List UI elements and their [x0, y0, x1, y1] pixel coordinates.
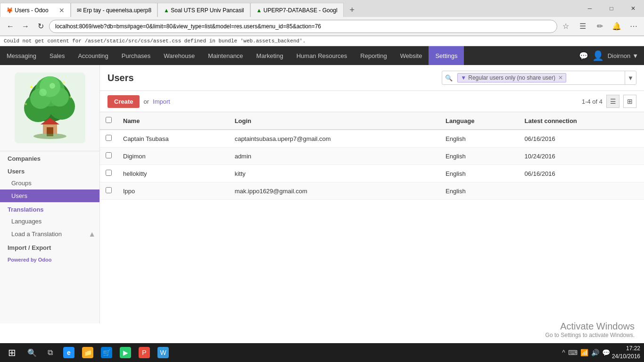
tab-title-3: Soal UTS ERP Univ Pancasil [171, 7, 244, 14]
import-link[interactable]: Import [153, 98, 170, 105]
tab-3[interactable]: ▲ Soal UTS ERP Univ Pancasil [157, 3, 250, 17]
tab-4[interactable]: ▲ UPERP7-DATABASE - Googl [250, 3, 344, 17]
nav-website[interactable]: Website [394, 46, 429, 65]
create-button[interactable]: Create [107, 95, 140, 108]
users-table: Name Login Language Latest connection Ca… [100, 112, 644, 200]
search-icon: 🔍 [442, 71, 455, 84]
search-dropdown-btn[interactable]: ▼ [625, 71, 636, 84]
overflow-icon[interactable]: ⋯ [627, 20, 640, 33]
sidebar-companies[interactable]: Companies [0, 151, 99, 164]
row-checkbox[interactable] [106, 135, 112, 141]
new-tab-btn[interactable]: + [344, 3, 361, 17]
nav-marketing[interactable]: Marketing [250, 46, 290, 65]
or-text: or [143, 98, 149, 105]
filter-tag-remove-btn[interactable]: ✕ [558, 74, 563, 81]
reload-btn[interactable]: ↻ [34, 20, 47, 33]
sidebar-translations-section[interactable]: Translations [0, 202, 99, 215]
row-latest-connection: 06/16/2016 [519, 165, 644, 182]
address-bar[interactable] [49, 20, 557, 33]
window-minimize-btn[interactable]: ─ [579, 0, 601, 17]
nav-right-area: 💬 👤 Dioirnon ▼ [579, 50, 644, 61]
content-area: Users 🔍 ▼ Regular users only (no share u… [100, 65, 644, 323]
powered-by: Powered by Odoo [0, 253, 99, 266]
search-bar[interactable]: 🔍 ▼ Regular users only (no share user) ✕… [442, 71, 636, 85]
user-menu[interactable]: Dioirnon ▼ [608, 52, 638, 59]
user-name: Dioirnon [608, 52, 630, 59]
chat-icon[interactable]: 💬 [579, 51, 588, 60]
nav-reporting[interactable]: Reporting [354, 46, 393, 65]
sidebar-item-users[interactable]: Users [0, 189, 99, 202]
row-latest-connection: 10/24/2016 [519, 148, 644, 165]
row-language: English [440, 148, 519, 165]
tab-title-4: UPERP7-DATABASE - Googl [264, 7, 338, 14]
tab-favicon-3: ▲ [164, 7, 169, 14]
row-checkbox[interactable] [106, 170, 112, 176]
pagination-info: 1-4 of 4 [582, 98, 603, 105]
nav-human-resources[interactable]: Human Resources [290, 46, 354, 65]
search-input[interactable] [568, 74, 625, 81]
table-row[interactable]: hellokitty kitty English 06/16/2016 [100, 165, 644, 182]
select-all-checkbox[interactable] [106, 117, 112, 123]
logo-image: ✦ ✦ ✦ ✦ [15, 73, 85, 143]
tab-active[interactable]: 🦊 Users - Odoo ✕ [0, 3, 71, 17]
row-checkbox-cell[interactable] [100, 130, 117, 148]
nav-settings[interactable]: Settings [429, 46, 464, 65]
row-checkbox[interactable] [106, 187, 112, 193]
row-login: kitty [229, 165, 440, 182]
tab-2[interactable]: ✉ Erp tay - queenelsa.uperp8 [71, 3, 157, 17]
main-layout: ✦ ✦ ✦ ✦ Companies Users Groups Users Tra… [0, 65, 644, 323]
sidebar-logo: ✦ ✦ ✦ ✦ [0, 65, 99, 151]
back-btn[interactable]: ← [4, 20, 17, 33]
col-latest-connection: Latest connection [519, 112, 644, 130]
col-login: Login [229, 112, 440, 130]
app-nav: Messaging Sales Accounting Purchases War… [0, 46, 644, 65]
kanban-view-btn[interactable]: ⊞ [623, 95, 636, 108]
menu-icon[interactable]: ☰ [576, 20, 589, 33]
notification-icon[interactable]: 🔔 [610, 20, 623, 33]
sidebar-item-groups[interactable]: Groups [0, 177, 99, 189]
row-checkbox-cell[interactable] [100, 182, 117, 200]
sidebar-item-load-translation[interactable]: Load a Translation [0, 228, 99, 240]
sidebar-import-export[interactable]: Import / Export [0, 240, 99, 253]
row-language: English [440, 165, 519, 182]
nav-icons: ☆ ☰ ✏ 🔔 ⋯ [559, 20, 640, 33]
powered-brand[interactable]: Odoo [38, 257, 52, 263]
nav-purchases[interactable]: Purchases [115, 46, 157, 65]
bookmark-icon[interactable]: ☆ [559, 20, 572, 33]
sidebar-users-section[interactable]: Users [0, 164, 99, 177]
row-login: captaintsubasa.uperp7@gmail.com [229, 130, 440, 148]
nav-messaging[interactable]: Messaging [0, 46, 43, 65]
list-view-btn[interactable]: ☰ [606, 95, 619, 108]
table-row[interactable]: Ippo mak.ippo1629@gmail.com English [100, 182, 644, 200]
row-latest-connection [519, 182, 644, 200]
window-close-btn[interactable]: ✕ [622, 0, 644, 17]
forward-btn[interactable]: → [19, 20, 32, 33]
sidebar-item-languages[interactable]: Languages [0, 215, 99, 228]
svg-text:✦: ✦ [62, 80, 66, 85]
row-checkbox[interactable] [106, 152, 112, 158]
nav-maintenance[interactable]: Maintenance [201, 46, 249, 65]
tab-close-btn[interactable]: ✕ [59, 7, 65, 14]
nav-warehouse[interactable]: Warehouse [157, 46, 201, 65]
nav-sales[interactable]: Sales [43, 46, 72, 65]
select-all-header[interactable] [100, 112, 117, 130]
row-checkbox-cell[interactable] [100, 148, 117, 165]
row-language: English [440, 182, 519, 200]
users-table-wrap: Name Login Language Latest connection Ca… [100, 112, 644, 323]
row-latest-connection: 06/16/2016 [519, 130, 644, 148]
table-row[interactable]: Digimon admin English 10/24/2016 [100, 148, 644, 165]
table-row[interactable]: Captain Tsubasa captaintsubasa.uperp7@gm… [100, 130, 644, 148]
row-checkbox-cell[interactable] [100, 165, 117, 182]
extension-icon[interactable]: ✏ [593, 20, 606, 33]
window-maximize-btn[interactable]: □ [601, 0, 622, 17]
row-name: Captain Tsubasa [117, 130, 229, 148]
tab-favicon-4: ▲ [256, 7, 262, 14]
tab-title: Users - Odoo [15, 7, 55, 14]
col-language: Language [440, 112, 519, 130]
browser-chrome: 🦊 Users - Odoo ✕ ✉ Erp tay - queenelsa.u… [0, 0, 644, 36]
tab-bar: 🦊 Users - Odoo ✕ ✉ Erp tay - queenelsa.u… [0, 0, 644, 17]
nav-accounting[interactable]: Accounting [71, 46, 115, 65]
row-name: Digimon [117, 148, 229, 165]
user-dropdown-icon[interactable]: ▼ [632, 52, 638, 59]
svg-point-2 [33, 133, 66, 139]
